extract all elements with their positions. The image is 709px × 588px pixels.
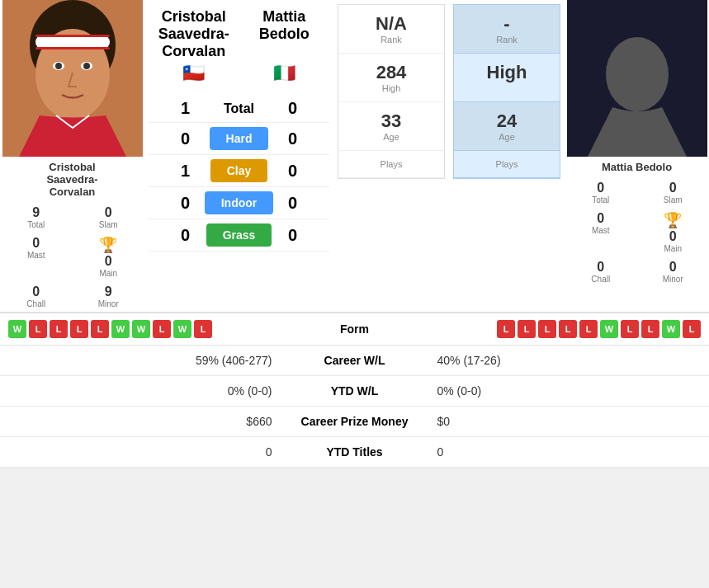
left-chall-value: 0 — [2, 285, 71, 299]
score-right-clay: 0 — [288, 162, 321, 181]
left-slam-label: Slam — [74, 220, 144, 229]
grass-button[interactable]: Grass — [206, 223, 272, 247]
right-main-cell: 🏆 0 Main — [637, 208, 710, 256]
ytd-titles-label: YTD Titles — [272, 445, 437, 459]
left-age-item: 33 Age — [338, 102, 444, 151]
left-high-value: 284 — [343, 62, 440, 83]
right-form-badges: LLLLLWLLWL — [404, 320, 702, 338]
trophy-icon-left: 🏆 — [99, 237, 117, 253]
left-player-col: Cristobal Saavedra- Corvalan 9 Total 0 S… — [0, 0, 144, 312]
form-badge-l: L — [194, 320, 212, 338]
left-stats-panel: N/A Rank 284 High 33 Age Plays — [338, 4, 445, 179]
score-row-total: 1 Total 0 — [149, 95, 329, 123]
right-total-cell: 0 Total — [565, 177, 637, 208]
score-left-total: 1 — [157, 99, 190, 118]
right-mast-value: 0 — [566, 211, 636, 226]
form-badge-w: W — [600, 320, 618, 338]
ytd-titles-row: 0 YTD Titles 0 — [0, 437, 709, 468]
score-label-clay: Clay — [190, 159, 288, 182]
left-plays-item: Plays — [338, 151, 444, 178]
player-names-row: Cristobal Saavedra- Corvalan Mattia Bedo… — [144, 0, 333, 60]
right-mast-label: Mast — [566, 226, 636, 235]
right-minor-cell: 0 Minor — [637, 256, 710, 287]
score-right-hard: 0 — [288, 129, 321, 148]
score-left-grass: 0 — [157, 226, 190, 245]
right-player-photo — [567, 0, 707, 157]
indoor-button[interactable]: Indoor — [205, 191, 274, 214]
left-age-label: Age — [343, 132, 440, 142]
right-flag: 🇮🇹 — [239, 63, 330, 84]
right-slam-label: Slam — [639, 195, 708, 205]
form-badge-l: L — [50, 320, 68, 338]
ytd-wl-row: 0% (0-0) YTD W/L 0% (0-0) — [0, 376, 709, 407]
left-main-value: 0 — [74, 254, 144, 269]
form-badge-l: L — [641, 320, 659, 338]
right-player-name: Mattia Bedolo — [602, 161, 672, 173]
form-badge-l: L — [29, 320, 47, 338]
left-mast-cell: 0 Mast — [0, 233, 73, 281]
score-rows: 1 Total 0 0 Hard 0 1 Clay — [144, 91, 333, 256]
form-badge-l: L — [683, 320, 701, 338]
clay-button[interactable]: Clay — [210, 159, 268, 182]
hard-button[interactable]: Hard — [210, 127, 269, 150]
right-stats-panel: - Rank High - 24 Age Plays — [453, 4, 560, 179]
form-badge-l: L — [579, 320, 598, 338]
form-section: WLLLLWWLWL Form LLLLLWLLWL — [0, 312, 709, 346]
right-chall-label: Chall — [566, 275, 636, 284]
form-badge-l: L — [559, 320, 577, 338]
form-badge-w: W — [8, 320, 26, 338]
score-right-total: 0 — [288, 99, 321, 118]
right-minor-value: 0 — [639, 260, 708, 275]
left-total-label: Total — [2, 220, 71, 229]
prize-label: Career Prize Money — [272, 415, 437, 428]
score-right-indoor: 0 — [288, 194, 321, 213]
form-badge-w: W — [111, 320, 130, 338]
left-minor-cell: 9 Minor — [73, 281, 145, 312]
form-badge-l: L — [518, 320, 536, 338]
left-stats-grid: 9 Total 0 Slam 0 Mast 🏆 0 Main 0 — [0, 202, 144, 312]
left-age-value: 33 — [343, 111, 440, 132]
left-player-heading: Cristobal Saavedra- Corvalan — [149, 8, 239, 60]
ytd-wl-label: YTD W/L — [272, 384, 437, 397]
right-slam-value: 0 — [639, 181, 708, 195]
career-wl-row: 59% (406-277) Career W/L 40% (17-26) — [0, 346, 709, 376]
right-rank-item: - Rank — [454, 5, 560, 54]
svg-point-9 — [83, 63, 90, 69]
svg-rect-5 — [35, 47, 110, 49]
left-main-cell: 🏆 0 Main — [73, 233, 145, 281]
left-ytd-wl: 0% (0-0) — [12, 384, 272, 397]
form-badge-l: L — [538, 320, 556, 338]
form-badge-l: L — [91, 320, 109, 338]
right-player-heading: Mattia Bedolo — [239, 8, 330, 60]
svg-point-11 — [606, 37, 669, 111]
right-rank-label: Rank — [458, 35, 555, 45]
right-high-item: High - — [454, 54, 560, 102]
right-total-label: Total — [566, 195, 636, 205]
right-ytd-wl: 0% (0-0) — [437, 384, 697, 397]
form-badge-w: W — [662, 320, 680, 338]
main-container: Cristobal Saavedra- Corvalan 9 Total 0 S… — [0, 0, 709, 468]
score-row-clay: 1 Clay 0 — [149, 155, 329, 187]
left-mast-value: 0 — [2, 236, 71, 251]
score-left-hard: 0 — [157, 129, 190, 148]
right-player-col: Mattia Bedolo 0 Total 0 Slam 0 Mast 🏆 0 — [565, 0, 709, 287]
right-career-wl: 40% (17-26) — [437, 354, 697, 367]
right-main-value: 0 — [639, 229, 708, 244]
score-label-grass: Grass — [190, 223, 288, 247]
left-flag: 🇨🇱 — [149, 63, 239, 84]
left-high-item: 284 High — [338, 54, 444, 102]
right-age-label: Age — [458, 132, 555, 142]
form-badge-l: L — [621, 320, 639, 338]
svg-point-8 — [55, 63, 62, 69]
right-high-value: High — [458, 62, 555, 83]
left-total-value: 9 — [2, 205, 71, 220]
right-chall-cell: 0 Chall — [565, 256, 637, 287]
career-wl-label: Career W/L — [272, 354, 437, 367]
right-total-value: 0 — [566, 181, 636, 195]
left-chall-label: Chall — [2, 299, 71, 308]
right-stats-grid: 0 Total 0 Slam 0 Mast 🏆 0 Main 0 — [565, 177, 709, 287]
left-rank-value: N/A — [343, 13, 440, 35]
left-total-cell: 9 Total — [0, 202, 73, 233]
form-badge-l: L — [497, 320, 515, 338]
right-age-item: 24 Age — [454, 102, 560, 151]
